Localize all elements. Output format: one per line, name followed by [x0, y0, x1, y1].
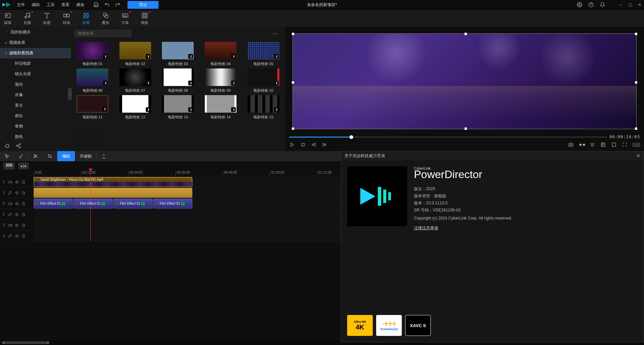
effect-item[interactable]: ⬇电影特效 08 — [158, 68, 198, 93]
effect-thumb[interactable]: ⬇ — [162, 68, 194, 86]
effect-thumb[interactable]: ⬇ — [248, 68, 279, 86]
track-header[interactable]: 3 — [0, 231, 34, 241]
sidebar-item[interactable]: 食物 — [0, 121, 71, 132]
next-frame-icon[interactable] — [321, 142, 328, 148]
about-titlebar[interactable]: 关于讯连科技威力导演 ✕ — [341, 151, 644, 160]
effect-thumb[interactable]: ⬇ — [162, 42, 194, 59]
lock-icon[interactable] — [22, 234, 26, 238]
visibility-icon[interactable] — [15, 180, 19, 184]
track-header[interactable]: 3 — [0, 220, 34, 231]
effect-item[interactable]: ⬇电影特效 01 — [73, 42, 112, 66]
download-icon[interactable]: ⬇ — [275, 108, 278, 112]
download-icon[interactable]: ⬇ — [275, 81, 278, 85]
lock-icon[interactable] — [22, 180, 26, 184]
sidebar-item[interactable]: 怀旧电影 — [0, 58, 71, 69]
download-icon[interactable]: ⬇ — [147, 81, 150, 85]
preview-frame[interactable] — [288, 29, 641, 134]
settings-icon[interactable] — [577, 2, 583, 8]
download-icon[interactable]: ⬇ — [232, 81, 235, 85]
sidebar-item[interactable]: 颜色 — [0, 132, 71, 140]
tool-select-icon[interactable] — [0, 151, 14, 161]
resize-handle[interactable] — [292, 127, 294, 130]
about-close-icon[interactable]: ✕ — [636, 153, 640, 159]
sidebar-item[interactable]: ▸视频效果 — [0, 37, 71, 48]
clip-video[interactable]: 🎥Sarah Brightman - Fleurs Du Mal-HD.mp4 — [34, 177, 192, 187]
sidebar-item[interactable]: 肖像 — [0, 90, 71, 100]
resize-handle[interactable] — [635, 33, 637, 35]
menu-play[interactable]: 播放 — [74, 1, 87, 9]
tab-keyframe[interactable]: 关键帧 — [75, 151, 96, 161]
menu-tools[interactable]: 工具 — [44, 1, 57, 9]
save-icon[interactable] — [93, 2, 99, 8]
effect-thumb[interactable]: ⬇ — [248, 95, 279, 113]
effect-thumb[interactable]: ⬇ — [119, 95, 151, 113]
download-icon[interactable]: ⬇ — [104, 81, 107, 85]
minimize-icon[interactable]: ─ — [618, 2, 623, 7]
menu-file[interactable]: 文件 — [14, 1, 28, 9]
undo-icon[interactable] — [104, 2, 110, 8]
clip-effect[interactable]: 🎥Film Effect 01i — [113, 199, 152, 208]
scrub-thumb[interactable] — [349, 135, 353, 139]
effect-item[interactable]: ⬇电影特效 11 — [73, 95, 112, 120]
download-icon[interactable]: ⬇ — [147, 108, 150, 112]
clip-effect[interactable]: 🎥Film Effect 01i — [74, 199, 113, 208]
effect-thumb[interactable]: ⬇ — [162, 95, 194, 113]
effect-item[interactable]: ⬇电影特效 10 — [244, 68, 283, 93]
info-icon[interactable]: i — [62, 202, 65, 205]
module-tab-overlay[interactable]: 叠加 — [102, 12, 109, 25]
legal-link[interactable]: 法律注意事项 — [414, 225, 438, 231]
track-header[interactable]: 2 — [0, 198, 34, 209]
more-icon[interactable]: ⋯ — [272, 30, 282, 37]
visibility-icon[interactable] — [15, 212, 19, 217]
effect-item[interactable]: ⬇电影特效 13 — [158, 95, 198, 120]
scrollbar-thumb[interactable] — [2, 341, 49, 344]
tool-cut-icon[interactable] — [29, 151, 43, 161]
effect-thumb[interactable]: ⬇ — [119, 42, 151, 59]
aspect-ratio[interactable]: 16:9 — [633, 143, 640, 147]
redo-icon[interactable] — [115, 2, 121, 8]
maximize-icon[interactable]: ▢ — [628, 2, 633, 7]
tool-marker-icon[interactable] — [97, 151, 111, 161]
sidebar-item[interactable]: 复古 — [0, 100, 71, 111]
visibility-icon[interactable] — [15, 223, 19, 227]
effect-thumb-placeholder[interactable] — [73, 130, 105, 148]
effect-item[interactable]: ⬇电影特效 07 — [116, 68, 155, 93]
share-icon[interactable] — [16, 143, 22, 149]
scrub-track[interactable] — [289, 137, 607, 138]
download-icon[interactable]: ⬇ — [147, 55, 150, 58]
module-tab-effect[interactable]: 效果 — [82, 12, 90, 25]
sidebar-item[interactable]: ▾滤镜和查找表 — [0, 48, 71, 58]
effect-item[interactable]: ⬇电影特效 14 — [201, 95, 241, 120]
track-header[interactable]: 2 — [0, 209, 34, 220]
dock-icon[interactable] — [611, 142, 617, 148]
export-button[interactable]: 导出 — [128, 1, 159, 9]
collapse-sidebar-button[interactable]: ‹ — [68, 88, 72, 100]
visibility-icon[interactable] — [15, 191, 19, 195]
clip-effect[interactable]: 🎥Film Effect 01i — [34, 199, 73, 208]
module-tab-media[interactable]: 媒体 — [4, 12, 11, 25]
download-icon[interactable]: ⬇ — [190, 108, 192, 112]
stop-icon[interactable] — [300, 142, 306, 148]
menu-edit[interactable]: 编辑 — [29, 1, 43, 9]
module-tab-audio[interactable]: 音频 — [24, 12, 31, 25]
download-icon[interactable]: ⬇ — [190, 81, 192, 85]
download-icon[interactable]: ⬇ — [275, 55, 278, 58]
resize-handle[interactable] — [465, 33, 467, 35]
play-icon[interactable] — [289, 142, 295, 148]
info-icon[interactable]: i — [102, 202, 105, 205]
effect-thumb[interactable]: ⬇ — [205, 95, 236, 113]
effect-thumb[interactable]: ⬇ — [77, 68, 108, 86]
search-input[interactable] — [74, 29, 132, 37]
snap-button[interactable]: ▸|◂ — [18, 163, 29, 169]
effect-thumb[interactable]: ⬇ — [248, 42, 279, 59]
quality-icon[interactable]: ✦▾ — [579, 142, 585, 148]
snapshot-icon[interactable] — [568, 142, 574, 148]
resize-handle[interactable] — [292, 33, 294, 35]
effect-thumb[interactable]: ⬇ — [77, 42, 108, 59]
effect-thumb[interactable]: ⬇ — [205, 68, 236, 86]
effect-item[interactable]: ⬇电影特效 12 — [116, 95, 155, 120]
effect-thumb[interactable]: ⬇ — [205, 42, 236, 59]
preview-scrubber[interactable]: 00:00:14:03 — [288, 134, 641, 140]
fit-icon[interactable] — [600, 142, 606, 148]
track-header[interactable]: 1 — [0, 188, 34, 198]
